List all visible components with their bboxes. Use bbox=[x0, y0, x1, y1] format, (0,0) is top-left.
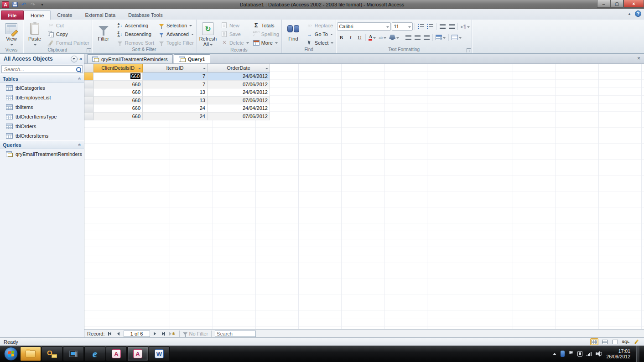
close-button[interactable]: × bbox=[623, 0, 644, 8]
next-record-button[interactable] bbox=[151, 331, 159, 337]
cell-orderdate[interactable]: 24/04/2012 bbox=[208, 104, 270, 113]
datasheet[interactable]: ClientDetailsID ItemsID OrderDate 660 7 … bbox=[84, 64, 644, 329]
cell-orderdate[interactable]: 24/04/2012 bbox=[208, 72, 270, 81]
previous-record-button[interactable] bbox=[115, 331, 122, 337]
cell-itemsid[interactable]: 7 bbox=[143, 72, 208, 81]
sidebar-item-tblitems[interactable]: tblItems bbox=[0, 102, 84, 112]
save-record-button[interactable]: Save bbox=[219, 30, 250, 38]
shutter-bar-close-icon[interactable]: « bbox=[79, 56, 82, 62]
sidebar-item-tblorderitemstype[interactable]: tblOrderItemsType bbox=[0, 112, 84, 121]
cell-clientdetailsid[interactable]: 660 bbox=[93, 88, 143, 97]
sidebar-item-tblorders[interactable]: tblOrders bbox=[0, 121, 84, 131]
row-selector[interactable] bbox=[84, 97, 93, 105]
table-row[interactable]: 660 13 07/06/2012 bbox=[84, 97, 270, 105]
column-header-clientdetailsid[interactable]: ClientDetailsID bbox=[93, 64, 143, 72]
sql-view-button[interactable]: SQL bbox=[622, 338, 630, 345]
gridlines-button[interactable] bbox=[435, 33, 447, 42]
record-position[interactable]: 1 of 6 bbox=[124, 331, 150, 337]
underline-button[interactable]: U bbox=[355, 33, 364, 42]
paste-button[interactable]: Paste bbox=[24, 20, 45, 47]
column-header-orderdate[interactable]: OrderDate bbox=[208, 64, 270, 72]
toggle-filter-button[interactable]: Toggle Filter bbox=[156, 38, 195, 47]
align-right-button[interactable] bbox=[422, 33, 431, 42]
minimize-ribbon-icon[interactable]: ▲ bbox=[628, 12, 631, 16]
ascending-button[interactable]: AZ↓Ascending bbox=[115, 21, 156, 30]
highlight-color-button[interactable]: ab bbox=[378, 33, 387, 42]
text-direction-button[interactable]: ▸¶ bbox=[460, 22, 470, 31]
taskbar-access-button-2[interactable]: A bbox=[127, 346, 148, 361]
cell-orderdate[interactable]: 07/06/2012 bbox=[208, 97, 270, 105]
cell-clientdetailsid[interactable]: 660 bbox=[93, 97, 143, 105]
clipboard-dialog-launcher[interactable] bbox=[87, 48, 91, 52]
sidebar-item-qryemailtreatmentreminders[interactable]: qryEmailTreatmentReminders bbox=[0, 149, 84, 159]
cell-clientdetailsid[interactable]: 660 bbox=[93, 113, 143, 121]
taskbar-word-button[interactable]: W bbox=[149, 346, 170, 361]
record-search-input[interactable] bbox=[217, 331, 254, 336]
selection-button[interactable]: Selection bbox=[156, 21, 195, 30]
datasheet-view-button[interactable] bbox=[590, 338, 598, 345]
align-left-button[interactable] bbox=[404, 33, 412, 42]
row-selector[interactable] bbox=[84, 113, 93, 121]
show-hidden-icons-button[interactable] bbox=[553, 353, 556, 355]
pivottable-view-button[interactable] bbox=[601, 338, 609, 345]
tab-home[interactable]: Home bbox=[24, 10, 51, 20]
filter-button[interactable]: Filter bbox=[93, 20, 114, 42]
taskbar-phone-app-button[interactable] bbox=[63, 346, 84, 361]
spelling-button[interactable]: ABC✓Spelling bbox=[251, 30, 280, 38]
totals-button[interactable]: ΣTotals bbox=[251, 21, 280, 30]
taskbar-access-button-1[interactable]: A bbox=[106, 346, 127, 361]
collapse-section-icon[interactable]: « bbox=[78, 78, 83, 80]
section-header-tables[interactable]: Tables « bbox=[0, 74, 84, 83]
tab-external-data[interactable]: External Data bbox=[78, 10, 122, 20]
table-row[interactable]: 660 24 24/04/2012 bbox=[84, 104, 270, 113]
taskbar-outlook-button[interactable]: O bbox=[42, 346, 62, 361]
bluetooth-icon[interactable] bbox=[561, 351, 565, 357]
italic-button[interactable]: I bbox=[346, 33, 354, 42]
delete-record-button[interactable]: ✕Delete bbox=[219, 38, 250, 47]
view-button[interactable]: View bbox=[1, 20, 22, 47]
minimize-button[interactable]: – bbox=[597, 0, 610, 8]
action-center-flag-icon[interactable] bbox=[569, 351, 573, 357]
start-button[interactable] bbox=[4, 347, 18, 361]
taskbar-internet-explorer-button[interactable]: e bbox=[84, 346, 105, 361]
cell-clientdetailsid[interactable]: 660 bbox=[93, 81, 143, 89]
replace-button[interactable]: abReplace bbox=[305, 21, 335, 30]
first-record-button[interactable] bbox=[106, 331, 114, 337]
volume-icon[interactable] bbox=[596, 351, 602, 357]
cell-orderdate[interactable]: 07/06/2012 bbox=[208, 113, 270, 121]
background-color-button[interactable] bbox=[388, 33, 400, 42]
design-view-button[interactable] bbox=[632, 338, 640, 345]
tab-file[interactable]: File bbox=[1, 10, 24, 20]
tab-create[interactable]: Create bbox=[51, 10, 78, 20]
cell-orderdate[interactable]: 07/06/2012 bbox=[208, 81, 270, 89]
row-selector[interactable] bbox=[84, 88, 93, 97]
font-size-combo[interactable]: 11 bbox=[392, 22, 413, 31]
last-record-button[interactable] bbox=[160, 331, 167, 337]
column-dropdown-icon[interactable] bbox=[203, 65, 206, 71]
alternate-row-color-button[interactable] bbox=[451, 33, 462, 42]
close-object-icon[interactable]: × bbox=[637, 56, 640, 61]
cell-itemsid[interactable]: 13 bbox=[143, 97, 208, 105]
remove-sort-button[interactable]: Remove Sort bbox=[115, 38, 156, 47]
help-button[interactable]: ? bbox=[635, 10, 641, 17]
new-blank-record-button[interactable]: ✱ bbox=[169, 331, 176, 337]
tab-query1[interactable]: Query1 bbox=[174, 54, 210, 63]
navigation-pane-header[interactable]: All Access Objects « bbox=[0, 54, 84, 64]
sidebar-item-tblordersitems[interactable]: tblOrdersItems bbox=[0, 131, 84, 140]
descending-button[interactable]: ZA↓Descending bbox=[115, 30, 156, 38]
notification-icon[interactable] bbox=[577, 351, 582, 357]
column-dropdown-icon[interactable] bbox=[265, 65, 268, 71]
select-all-corner[interactable] bbox=[84, 64, 93, 72]
numbering-button[interactable] bbox=[426, 22, 434, 31]
refresh-all-button[interactable]: ↻ RefreshAll bbox=[197, 20, 218, 47]
column-dropdown-icon[interactable] bbox=[138, 65, 141, 71]
row-selector[interactable] bbox=[84, 104, 93, 113]
cell-itemsid[interactable]: 24 bbox=[143, 104, 208, 113]
network-signal-icon[interactable] bbox=[587, 352, 592, 356]
taskbar-explorer-button[interactable] bbox=[20, 346, 41, 361]
bullets-button[interactable] bbox=[417, 22, 425, 31]
decrease-indent-button[interactable] bbox=[438, 22, 447, 31]
cell-clientdetailsid[interactable]: 660 bbox=[93, 104, 143, 113]
navigation-menu-button[interactable] bbox=[71, 56, 78, 62]
row-selector[interactable] bbox=[84, 72, 93, 81]
